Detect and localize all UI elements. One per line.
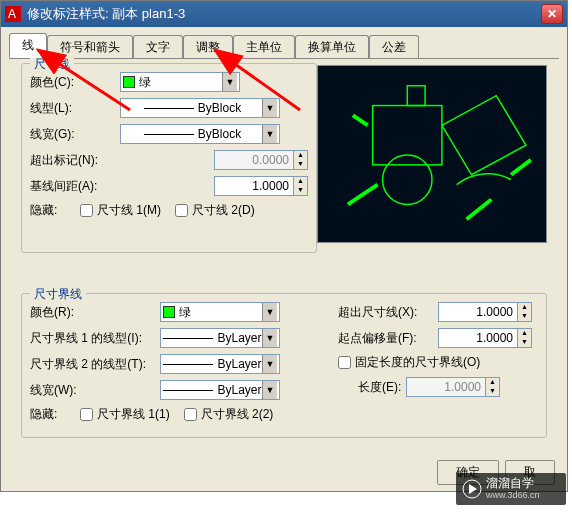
offset-label: 起点偏移量(F): [338,330,438,347]
chevron-down-icon[interactable]: ▼ [262,329,277,347]
tab-text[interactable]: 文字 [133,35,183,60]
length-spinner[interactable]: ▲▼ [486,377,500,397]
offset-spinner[interactable]: ▲▼ [518,328,532,348]
app-icon: A [5,6,21,22]
ext-lt2-label: 尺寸界线 2 的线型(T): [30,356,160,373]
hide-dimline1-checkbox[interactable]: 尺寸线 1(M) [80,202,161,219]
baseline-label: 基线间距(A): [30,178,120,195]
linetype-combo[interactable]: ByBlock ▼ [120,98,280,118]
baseline-spinner[interactable]: ▲▼ [294,176,308,196]
baseline-field[interactable]: 1.0000 [214,176,294,196]
extline-legend: 尺寸界线 [30,286,86,303]
dimline-legend: 尺寸线 [30,56,74,73]
preview-pane [317,65,547,243]
hide-dimline2-checkbox[interactable]: 尺寸线 2(D) [175,202,255,219]
chevron-down-icon[interactable]: ▼ [262,381,277,399]
lineweight-combo[interactable]: ByBlock ▼ [120,124,280,144]
ext-color-combo[interactable]: 绿 ▼ [160,302,280,322]
svg-marker-9 [469,484,477,494]
close-button[interactable]: ✕ [541,4,563,24]
tab-alt-units[interactable]: 换算单位 [295,35,369,60]
color-swatch [123,76,135,88]
color-combo[interactable]: 绿 ▼ [120,72,240,92]
ext-hide-label: 隐藏: [30,406,80,423]
beyond-spinner[interactable]: ▲▼ [518,302,532,322]
ext-field: 0.0000 [214,150,294,170]
chevron-down-icon[interactable]: ▼ [262,99,277,117]
fixed-length-checkbox[interactable]: 固定长度的尺寸界线(O) [338,354,480,371]
color-label: 颜色(C): [30,74,120,91]
beyond-label: 超出尺寸线(X): [338,304,438,321]
window-title: 修改标注样式: 副本 plan1-3 [27,5,541,23]
ext-color-label: 颜色(R): [30,304,160,321]
chevron-down-icon[interactable]: ▼ [262,303,277,321]
svg-rect-4 [407,86,425,106]
titlebar: A 修改标注样式: 副本 plan1-3 ✕ [1,1,567,27]
tab-bar: 线 符号和箭头 文字 调整 主单位 换算单位 公差 [1,27,567,58]
ext-lw-combo[interactable]: ByLayer▼ [160,380,280,400]
hide-extline1-checkbox[interactable]: 尺寸界线 1(1) [80,406,170,423]
ext-lt2-combo[interactable]: ByLayer▼ [160,354,280,374]
svg-rect-2 [373,106,442,165]
beyond-field[interactable]: 1.0000 [438,302,518,322]
offset-field[interactable]: 1.0000 [438,328,518,348]
svg-text:A: A [8,7,16,21]
tab-tolerance[interactable]: 公差 [369,35,419,60]
ext-lt1-combo[interactable]: ByLayer▼ [160,328,280,348]
tab-fit[interactable]: 调整 [183,35,233,60]
chevron-down-icon[interactable]: ▼ [222,73,237,91]
ext-lt1-label: 尺寸界线 1 的线型(I): [30,330,160,347]
linetype-label: 线型(L): [30,100,120,117]
play-icon [462,479,482,499]
length-label: 长度(E): [338,379,406,396]
ext-spinner[interactable]: ▲▼ [294,150,308,170]
ext-label: 超出标记(N): [30,152,120,169]
hide-label: 隐藏: [30,202,80,219]
tab-lines[interactable]: 线 [9,33,47,58]
hide-extline2-checkbox[interactable]: 尺寸界线 2(2) [184,406,274,423]
ext-lw-label: 线宽(W): [30,382,160,399]
chevron-down-icon[interactable]: ▼ [262,125,277,143]
watermark: 溜溜自学www.3d66.cn [456,473,566,505]
lineweight-label: 线宽(G): [30,126,120,143]
chevron-down-icon[interactable]: ▼ [262,355,277,373]
length-field: 1.0000 [406,377,486,397]
svg-point-3 [383,155,432,204]
color-swatch [163,306,175,318]
tab-primary-units[interactable]: 主单位 [233,35,295,60]
